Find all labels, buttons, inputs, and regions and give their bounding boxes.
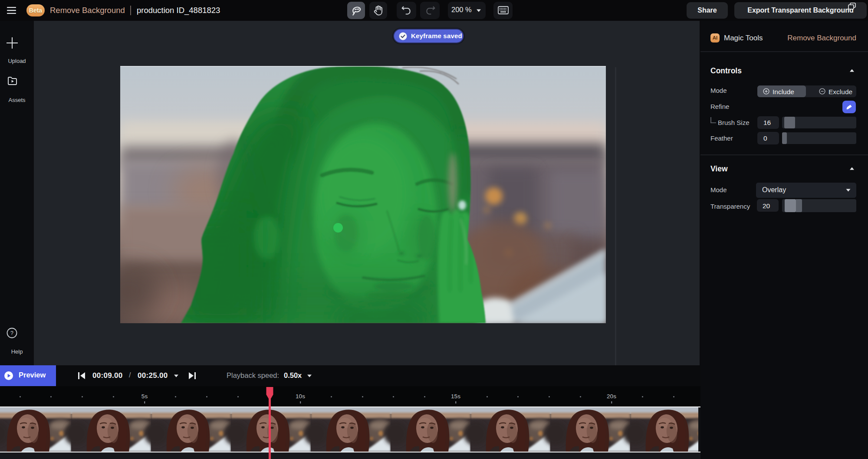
svg-text:?: ? [10, 330, 13, 336]
